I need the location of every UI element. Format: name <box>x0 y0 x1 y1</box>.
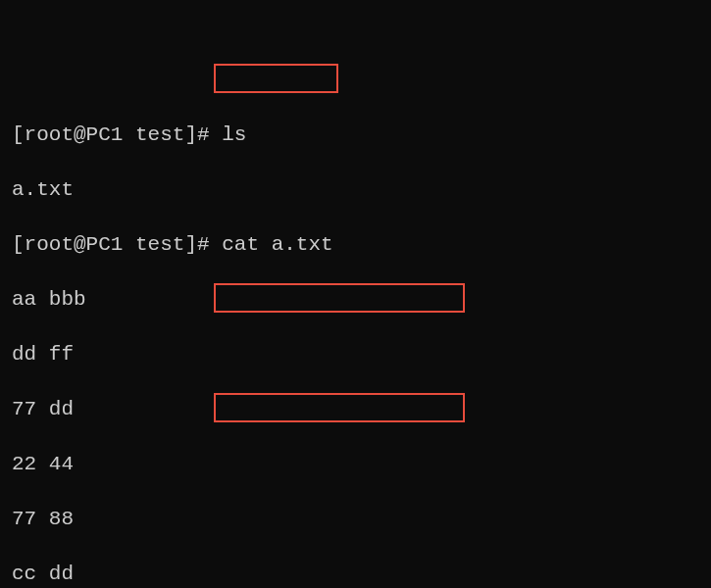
cat-output-line: 77 88 <box>12 506 699 533</box>
output-ls: a.txt <box>12 176 699 204</box>
prompt-line-2: [root@PC1 test]# cat a.txt <box>12 231 699 259</box>
cat-output-line: dd ff <box>12 341 699 368</box>
cat-output-line: 77 dd <box>12 396 699 423</box>
cat-output-line: aa bbb <box>12 286 699 314</box>
highlight-box-cat <box>214 64 338 93</box>
prompt: [root@PC1 test]# <box>12 233 222 256</box>
prompt: [root@PC1 test]# <box>12 123 222 146</box>
command-ls: ls <box>222 123 246 146</box>
cat-output-line: 22 44 <box>12 451 699 478</box>
prompt-line-1: [root@PC1 test]# ls <box>12 122 699 149</box>
cat-output-line: cc dd <box>12 561 699 588</box>
command-cat: cat a.txt <box>222 233 332 256</box>
